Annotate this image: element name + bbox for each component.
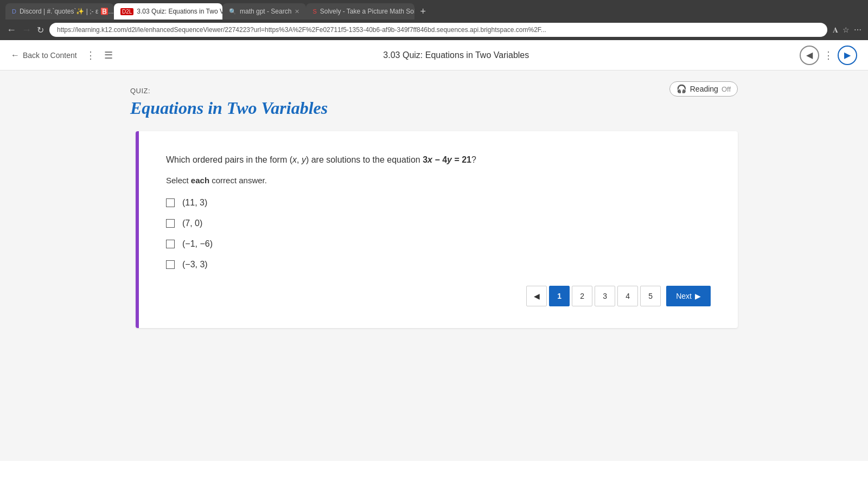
quiz-label: QUIZ: [130, 87, 738, 95]
page-btn-5[interactable]: 5 [640, 286, 661, 306]
answer-option-2[interactable]: (7, 0) [166, 219, 711, 228]
checkbox-1[interactable] [166, 198, 175, 207]
checkbox-2[interactable] [166, 219, 175, 228]
main-content: 🎧 Reading Off QUIZ: Equations in Two Var… [0, 70, 868, 461]
address-bar: ← → ↻ 𝐀 ☆ ⋯ [0, 20, 868, 40]
refresh-btn[interactable]: ↻ [37, 25, 44, 35]
page-btn-4[interactable]: 4 [617, 286, 638, 306]
tab-mathgpt-label: math gpt - Search [240, 8, 291, 15]
header-more-icon[interactable]: ⋮ [86, 49, 95, 61]
answer-label-3: (−1, −6) [182, 239, 213, 249]
checkbox-3[interactable] [166, 240, 175, 248]
answer-option-1[interactable]: (11, 3) [166, 198, 711, 208]
header-nav-buttons: ◀ ⋮ ▶ [800, 46, 857, 65]
browser-menu-icon[interactable]: ⋯ [854, 25, 861, 35]
tab-solvely[interactable]: S Solvely - Take a Picture Math Sol... ✕ [306, 3, 414, 20]
equation: 3x − 4y = 21 [423, 155, 471, 164]
page-btn-1[interactable]: 1 [549, 286, 570, 306]
extensions-area: 𝐀 ☆ ⋯ [833, 25, 861, 35]
back-arrow-icon: ← [11, 50, 20, 60]
new-tab-button[interactable]: + [414, 3, 431, 20]
var-x: x [292, 155, 297, 164]
answer-label-2: (7, 0) [182, 219, 202, 228]
url-bar[interactable] [49, 23, 827, 37]
tab-mathgpt-close[interactable]: ✕ [295, 8, 299, 15]
each-bold: each [191, 176, 209, 185]
header-prev-btn[interactable]: ◀ [800, 46, 819, 65]
tab-quiz[interactable]: D2L 3.03 Quiz: Equations in Two Varia...… [114, 3, 222, 20]
tab-discord[interactable]: D Discord | #.`quotes`✨ | ;- ε 🅱️... ✕ [5, 3, 114, 20]
header-next-btn[interactable]: ▶ [838, 46, 857, 65]
answer-option-3[interactable]: (−1, −6) [166, 239, 711, 249]
tab-mathgpt[interactable]: 🔍 math gpt - Search ✕ [222, 3, 306, 20]
back-to-content-label: Back to Content [23, 51, 77, 60]
quiz-card: Which ordered pairs in the form (x, y) a… [136, 131, 738, 328]
next-label: Next [676, 292, 692, 300]
answer-label-1: (11, 3) [182, 198, 207, 208]
read-aloud-icon[interactable]: 𝐀 [833, 25, 838, 35]
next-icon: ▶ [695, 292, 701, 300]
pagination-prev-btn[interactable]: ◀ [526, 286, 547, 306]
page-btn-3[interactable]: 3 [595, 286, 615, 306]
checkbox-4[interactable] [166, 260, 175, 269]
favorites-icon[interactable]: ☆ [843, 25, 850, 35]
content-inner: 🎧 Reading Off QUIZ: Equations in Two Var… [108, 87, 760, 328]
discord-favicon: D [12, 8, 16, 15]
nav-forward-btn[interactable]: → [22, 24, 31, 36]
back-to-content-link[interactable]: ← Back to Content [11, 50, 77, 60]
headphones-icon: 🎧 [676, 84, 687, 94]
next-button[interactable]: Next ▶ [666, 286, 711, 306]
browser-tabs-bar: D Discord | #.`quotes`✨ | ;- ε 🅱️... ✕ D… [0, 0, 868, 20]
instruction-text: Select each correct answer. [166, 176, 711, 185]
solvely-favicon: S [312, 8, 316, 15]
reading-state: Off [722, 85, 731, 93]
quiz-title: Equations in Two Variables [130, 98, 738, 118]
quiz-favicon: D2L [120, 8, 133, 15]
answer-label-4: (−3, 3) [182, 260, 208, 269]
question-text: Which ordered pairs in the form (x, y) a… [166, 153, 711, 167]
tab-discord-label: Discord | #.`quotes`✨ | ;- ε 🅱️... [20, 8, 114, 15]
var-y: y [302, 155, 306, 164]
mathgpt-favicon: 🔍 [229, 8, 237, 15]
app-header: ← Back to Content ⋮ ☰ 3.03 Quiz: Equatio… [0, 40, 868, 70]
tab-solvely-label: Solvely - Take a Picture Math Sol... [320, 8, 415, 15]
tab-quiz-label: 3.03 Quiz: Equations in Two Varia... [137, 8, 222, 15]
answer-option-4[interactable]: (−3, 3) [166, 260, 711, 269]
nav-back-btn[interactable]: ← [7, 24, 16, 36]
reading-toggle-btn[interactable]: 🎧 Reading Off [669, 81, 738, 97]
header-more-options[interactable]: ⋮ [824, 49, 833, 61]
header-title: 3.03 Quiz: Equations in Two Variables [122, 50, 791, 60]
pagination: ◀ 1 2 3 4 5 Next ▶ [166, 286, 711, 306]
prev-icon: ◀ [534, 292, 540, 300]
page-btn-2[interactable]: 2 [572, 286, 592, 306]
header-menu-icon[interactable]: ☰ [104, 49, 113, 61]
reading-label: Reading [690, 85, 718, 93]
